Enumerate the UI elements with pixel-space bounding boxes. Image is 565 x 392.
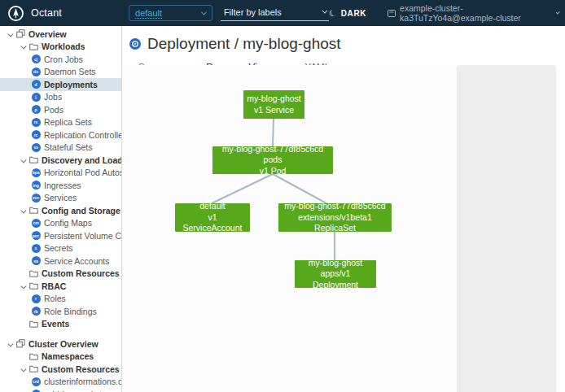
graph-node-deployment[interactable]: my-blog-ghostapps/v1 Deployment (295, 260, 376, 288)
sidebar-item-clusterinformations-crd-projec[interactable]: crd clusterinformations.crd.projec (0, 376, 121, 389)
sidebar-item-discovery-and-load-balancing[interactable]: Discovery and Load Balancing (0, 154, 121, 167)
label-filter-input[interactable] (224, 7, 322, 17)
chevron-down-icon[interactable] (8, 31, 13, 36)
sidebar-item-label: Stateful Sets (44, 142, 93, 152)
chevron-slot (17, 45, 28, 49)
chevron-down-icon[interactable] (21, 157, 26, 162)
resource-badge-icon: cj (32, 54, 41, 63)
resource-badge-icon: ds (32, 68, 41, 76)
sidebar-item-label: Deployments (44, 80, 98, 89)
sidebar-item-label: Role Bindings (44, 307, 97, 316)
resource-viewer-side-panel (457, 65, 556, 392)
label-filter[interactable] (221, 6, 329, 21)
sidebar-item-workloads[interactable]: Workloads (0, 41, 121, 54)
sidebar-item-namespaces[interactable]: Namespaces (0, 351, 121, 364)
octant-logo-icon (8, 6, 24, 21)
chevron-down-icon (201, 9, 207, 15)
row-icon: ss (31, 142, 41, 152)
sidebar-item-label: RBAC (42, 281, 66, 291)
resource-badge-icon: ing (32, 181, 41, 189)
sidebar-item-replication-controllers[interactable]: rc Replication Controllers (0, 128, 121, 142)
sidebar-item-pods[interactable]: p Pods (0, 103, 121, 116)
objects-icon (16, 29, 25, 38)
graph-node-replicaset[interactable]: my-blog-ghost-77df85c6cdextensions/v1bet… (278, 203, 392, 232)
chevron-down-icon[interactable] (21, 43, 26, 48)
chevron-down-icon[interactable] (21, 366, 26, 371)
graph-node-pod[interactable]: my-blog-ghost-77df85c6cd podsv1 Pod (212, 146, 333, 174)
sidebar-item-label: Persistent Volume Claims (44, 231, 121, 241)
resource-badge-icon: cm (32, 219, 41, 228)
sidebar-item-horizontal-pod-autoscalers[interactable]: hpa Horizontal Pod Autoscalers (0, 167, 121, 180)
moon-icon: ☾ (327, 7, 339, 20)
sidebar-item-label: Replica Sets (44, 117, 92, 127)
row-icon: crd (31, 377, 41, 386)
sidebar-item-service-accounts[interactable]: sa Service Accounts (0, 255, 121, 268)
sidebar-item-label: Jobs (44, 92, 62, 102)
chevron-down-icon[interactable] (21, 207, 26, 212)
sidebar-item-rbac[interactable]: RBAC (0, 280, 121, 293)
resource-badge-icon: hpa (32, 168, 41, 177)
chevron-slot (17, 159, 28, 163)
app-logo: Octant (8, 6, 62, 21)
sidebar-item-custom-resources[interactable]: Custom Resources (0, 268, 121, 281)
chevron-slot (17, 368, 28, 372)
row-icon: r (31, 294, 41, 303)
graph-node-name: my-blog-ghost-77df85c6cd (284, 201, 385, 211)
row-icon: j (31, 92, 41, 102)
dark-theme-toggle[interactable]: ☾ DARK (329, 8, 366, 19)
folder-icon (29, 207, 38, 214)
objects-icon (16, 339, 25, 348)
resource-badge-icon: pvc (32, 231, 41, 240)
graph-node-service[interactable]: my-blog-ghostv1 Service (243, 90, 304, 119)
sidebar-item-role-bindings[interactable]: rb Role Bindings (0, 305, 121, 318)
chevron-down-icon[interactable] (21, 283, 26, 288)
sidebar-item-roles[interactable]: r Roles (0, 293, 121, 306)
sidebar-item-label: Overview (28, 29, 67, 39)
folder-icon (29, 353, 38, 360)
row-icon: ing (31, 181, 41, 190)
sidebar-item-jobs[interactable]: j Jobs (0, 91, 121, 104)
row-icon (15, 29, 25, 39)
namespace-dropdown[interactable]: default (129, 5, 212, 21)
sidebar-item-ingresses[interactable]: ing Ingresses (0, 179, 121, 192)
cluster-context-dropdown[interactable]: example-cluster-ka3TuTzYo4a@example-clus… (388, 3, 558, 23)
sidebar-item-cron-jobs[interactable]: cj Cron Jobs (0, 53, 121, 66)
row-icon: p (31, 105, 41, 115)
main-content: Deployment / my-blog-ghost SummaryResour… (122, 26, 565, 392)
sidebar-item-events[interactable]: Events (0, 318, 121, 331)
graph-node-serviceaccount[interactable]: defaultv1 ServiceAccount (175, 203, 250, 232)
sidebar-item-deployments[interactable]: d Deployments (0, 78, 121, 91)
page-title: Deployment / my-blog-ghost (147, 35, 341, 53)
navigation-sidebar: Overview Workloads cj Cron Jobs ds Daemo… (0, 26, 122, 392)
folder-icon (29, 43, 38, 50)
row-icon: rs (31, 117, 41, 127)
resource-viewer-canvas[interactable]: my-blog-ghostv1 Servicemy-blog-ghost-77d… (122, 65, 457, 392)
chevron-slot (4, 33, 15, 37)
sidebar-item-custom-resources[interactable]: Custom Resources (0, 363, 121, 376)
sidebar-item-cluster-overview[interactable]: Cluster Overview (0, 338, 121, 351)
sidebar-item-persistent-volume-claims[interactable]: pvc Persistent Volume Claims (0, 229, 121, 242)
sidebar-item-config-maps[interactable]: cm Config Maps (0, 217, 121, 230)
row-icon (28, 155, 38, 165)
sidebar-item-stateful-sets[interactable]: ss Stateful Sets (0, 142, 121, 155)
sidebar-item-overview[interactable]: Overview (0, 28, 121, 41)
sidebar-item-replica-sets[interactable]: rs Replica Sets (0, 116, 121, 129)
sidebar-item-services[interactable]: svc Services (0, 192, 121, 205)
chevron-down-icon[interactable] (8, 341, 13, 346)
sidebar-item-csidrivers-csi-storage-k8s-io[interactable]: crd csidrivers.csi.storage.k8s.io (0, 388, 121, 392)
sidebar-item-label: Custom Resources (42, 268, 120, 278)
graph-node-name: my-blog-ghost-77df85c6cd pods (216, 144, 330, 166)
row-icon: sa (31, 256, 41, 266)
folder-icon (29, 282, 38, 290)
resource-badge-icon: rs (32, 118, 41, 127)
chevron-slot (4, 342, 15, 346)
row-icon (28, 364, 38, 374)
sidebar-item-config-and-storage[interactable]: Config and Storage (0, 204, 121, 217)
sidebar-item-daemon-sets[interactable]: ds Daemon Sets (0, 66, 121, 79)
sidebar-item-label: Services (44, 193, 77, 203)
cluster-context-label: example-cluster-ka3TuTzYo4a@example-clus… (400, 3, 551, 23)
sidebar-item-secrets[interactable]: s Secrets (0, 242, 121, 255)
resource-badge-icon: d (32, 80, 41, 89)
row-icon: ds (31, 67, 41, 76)
row-icon: cj (31, 54, 41, 64)
